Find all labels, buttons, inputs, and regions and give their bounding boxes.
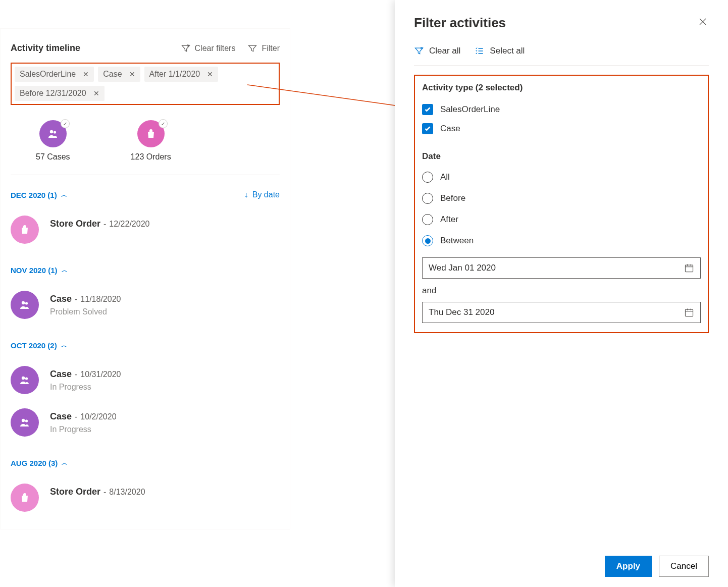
calendar-icon [684,263,694,273]
filter-chip[interactable]: Case✕ [98,67,140,82]
timeline-item[interactable]: Store Order - 8/13/2020 [11,476,280,519]
filter-chip[interactable]: After 1/1/2020✕ [144,67,219,82]
svg-point-5 [25,377,28,380]
item-status: In Progress [50,383,121,392]
date-to-input[interactable]: Thu Dec 31 2020 [422,302,701,323]
orders-circle: ✓ [137,120,165,147]
date-header: Date [422,151,701,162]
person-icon [19,374,31,386]
funnel-icon [247,43,257,54]
panel-title: Filter activities [414,15,697,31]
item-icon-circle [11,291,39,319]
check-badge: ✓ [159,119,168,128]
filter-chip[interactable]: Before 12/31/2020✕ [15,86,105,101]
select-all-button[interactable]: Select all [475,46,525,56]
checkbox-checked-icon [422,104,433,115]
svg-point-7 [25,419,28,422]
and-label: and [422,286,701,296]
date-radio-option[interactable]: Between [422,230,701,251]
clear-filters-button[interactable]: Clear filters [181,43,236,54]
svg-rect-10 [686,309,693,316]
date-radio-option[interactable]: After [422,209,701,230]
item-date: 8/13/2020 [109,488,145,497]
item-date: 10/2/2020 [80,412,116,421]
check-badge: ✓ [61,119,70,128]
chip-remove-icon[interactable]: ✕ [93,89,99,97]
item-date: 11/18/2020 [80,295,121,304]
item-title: Case [50,294,72,304]
svg-point-0 [50,130,53,133]
summary-cases[interactable]: ✓ 57 Cases [36,120,70,162]
item-status: Problem Solved [50,307,121,316]
chip-label: SalesOrderLine [20,70,76,79]
bag-icon [19,492,31,504]
close-icon [699,18,707,26]
filter-chip[interactable]: SalesOrderLine✕ [15,67,94,82]
person-icon [19,416,31,429]
item-date: 12/22/2020 [109,220,149,229]
radio-icon [422,172,433,183]
bag-icon [145,128,157,140]
item-status: In Progress [50,425,117,434]
item-icon-circle [11,408,39,437]
person-icon [47,128,59,140]
sort-by-date[interactable]: ↓By date [244,190,280,199]
radio-label: Between [440,236,474,246]
chevron-up-icon: ︿ [62,459,68,467]
svg-rect-9 [686,265,693,272]
item-date: 10/31/2020 [80,370,121,379]
svg-point-4 [22,377,25,380]
date-radio-option[interactable]: Before [422,188,701,209]
date-to-value: Thu Dec 31 2020 [429,307,684,317]
timeline-item[interactable]: Store Order - 12/22/2020 [11,208,280,251]
item-icon-circle [11,366,39,394]
arrow-down-icon: ↓ [244,190,248,199]
chip-label: Case [103,70,122,79]
calendar-icon [684,307,694,317]
panel-header: Filter activities [414,15,709,46]
radio-icon [422,193,433,204]
chip-remove-icon[interactable]: ✕ [207,70,213,78]
timeline-header: Activity timeline Clear filters Filter [11,29,280,63]
group-header[interactable]: OCT 2020 (2)︿ [11,341,67,350]
svg-point-1 [54,131,56,133]
group-header[interactable]: NOV 2020 (1)︿ [11,266,68,275]
cases-circle: ✓ [39,120,67,147]
checkbox-label: Case [440,124,460,134]
date-radio-option[interactable]: All [422,167,701,188]
panel-footer: Apply Cancel [414,546,709,587]
radio-icon [422,235,433,246]
radio-label: Before [440,193,465,203]
select-all-icon [475,46,485,56]
panel-toolbar: Clear all Select all [414,46,709,66]
clear-all-button[interactable]: Clear all [414,46,460,56]
timeline-item[interactable]: Case - 10/2/2020 In Progress [11,401,280,444]
summary-orders[interactable]: ✓ 123 Orders [131,120,171,162]
date-from-input[interactable]: Wed Jan 01 2020 [422,257,701,279]
cancel-button[interactable]: Cancel [659,556,709,577]
item-title: Case [50,369,72,380]
activity-type-checkbox[interactable]: SalesOrderLine [422,100,701,119]
item-title: Case [50,411,72,422]
apply-button[interactable]: Apply [605,556,652,577]
chevron-up-icon: ︿ [61,341,67,350]
summary-row: ✓ 57 Cases ✓ 123 Orders [11,115,280,175]
checkbox-checked-icon [422,123,433,134]
checkbox-label: SalesOrderLine [440,104,500,115]
group-header[interactable]: DEC 2020 (1)︿ [11,191,67,199]
item-title: Store Order [50,219,100,229]
chip-remove-icon[interactable]: ✕ [129,70,135,78]
timeline-item[interactable]: Case - 10/31/2020 In Progress [11,359,280,401]
filter-button[interactable]: Filter [247,43,280,54]
activity-type-checkbox[interactable]: Case [422,119,701,138]
item-title: Store Order [50,487,100,497]
svg-point-2 [22,301,25,304]
chip-remove-icon[interactable]: ✕ [83,70,89,78]
activity-type-header: Activity type (2 selected) [422,83,701,93]
group-header[interactable]: AUG 2020 (3)︿ [11,459,68,467]
cases-label: 57 Cases [36,152,70,162]
close-button[interactable] [697,16,709,30]
svg-point-3 [25,302,28,304]
orders-label: 123 Orders [131,152,171,162]
timeline-item[interactable]: Case - 11/18/2020 Problem Solved [11,284,280,326]
